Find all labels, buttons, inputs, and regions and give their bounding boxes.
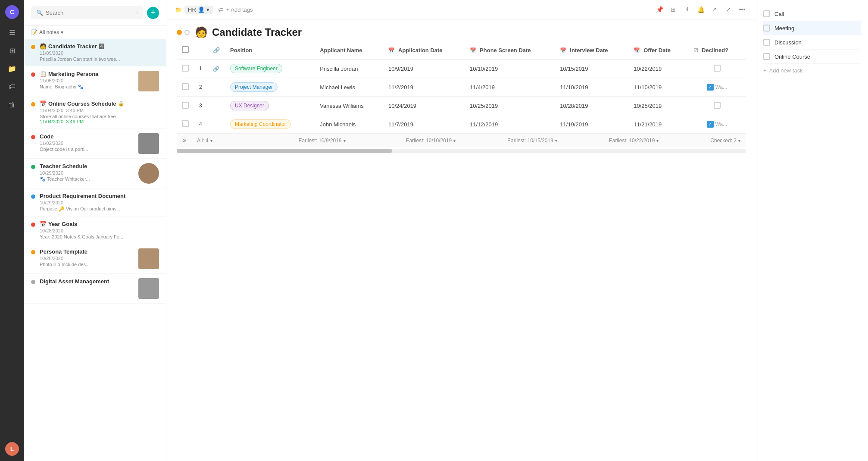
note-title: 📅 Online Courses Schedule 🔒 <box>40 100 159 107</box>
grid-icon[interactable]: ⊞ <box>7 46 17 55</box>
list-item[interactable]: 📋 Marketing Persona 11/05/2020 Name: Bio… <box>24 66 166 96</box>
all-notes-header[interactable]: 📝 All notes ▾ <box>24 26 166 39</box>
row-link[interactable] <box>208 115 225 134</box>
row-number: 3 <box>194 97 208 115</box>
horizontal-scrollbar[interactable] <box>177 149 746 153</box>
col-header-interview[interactable]: 📅 Interview Date <box>555 42 628 59</box>
share-icon[interactable]: ↗ <box>709 4 720 15</box>
hr-tag[interactable]: HR 👤 ▾ <box>184 6 213 14</box>
page-title: 🧑 Candidate Tracker <box>195 26 302 38</box>
declined-checkbox[interactable] <box>714 102 721 109</box>
link-icon: 🔗 <box>213 66 219 72</box>
sidebar-header: 🔍 ≡ + <box>24 0 166 26</box>
note-dot <box>31 72 35 77</box>
note-thumbnail <box>138 248 159 269</box>
add-note-button[interactable]: + <box>147 7 159 19</box>
declined-checkbox-checked[interactable] <box>707 84 714 91</box>
applicant-cell: John Michaels <box>315 115 383 134</box>
bell-icon[interactable]: 🔔 <box>696 4 706 15</box>
more-icon[interactable]: ••• <box>737 4 747 15</box>
expand-icon[interactable]: ⤢ <box>723 4 734 15</box>
col-header-offer[interactable]: 📅 Offer Date <box>628 42 688 59</box>
row-select-checkbox[interactable] <box>182 65 189 72</box>
user-avatar-top[interactable]: C <box>5 5 19 19</box>
note-dot <box>31 194 35 199</box>
declined-checkbox-checked[interactable] <box>707 121 714 128</box>
search-icon: 🔍 <box>36 9 43 16</box>
checklist-checkbox[interactable] <box>763 53 770 60</box>
col-header-position[interactable]: Position <box>225 42 315 59</box>
checklist-checkbox[interactable] <box>763 10 770 17</box>
list-item[interactable]: Code 11/02/2020 Object code is a porti..… <box>24 129 166 159</box>
checked-count[interactable]: Checked: 2 ▾ <box>710 138 740 144</box>
menu-icon[interactable]: ☰ <box>7 28 17 37</box>
count-badge[interactable]: 4 <box>682 4 692 15</box>
offer-cell: 11/10/2019 <box>628 78 688 97</box>
icon-bar: C ☰ ⊞ 📁 🏷 🗑 L <box>0 0 24 461</box>
list-item[interactable]: Persona Template 10/28/2020 Photo Bio In… <box>24 244 166 274</box>
add-task-button[interactable]: + Add new task <box>763 64 861 77</box>
search-box[interactable]: 🔍 ≡ <box>31 6 144 19</box>
grid-view-icon[interactable]: ⊞ <box>668 4 678 15</box>
declined-cell <box>688 97 746 115</box>
breadcrumb: 📁 HR 👤 ▾ <box>175 6 213 14</box>
position-tag[interactable]: Project Manager <box>230 82 278 92</box>
row-link[interactable] <box>208 78 225 97</box>
list-item[interactable]: 📅 Online Courses Schedule 🔒 11/04/2020, … <box>24 96 166 129</box>
checklist-item[interactable]: Meeting <box>763 21 861 35</box>
chevron-down-icon: ▾ <box>555 138 557 143</box>
tag-area[interactable]: 🏷 + Add tags <box>218 6 253 13</box>
list-item[interactable]: Teacher Schedule 10/29/2020 🐾 Teacher Wh… <box>24 159 166 188</box>
earliest-offer[interactable]: Earliest: 10/22/2019 ▾ <box>609 138 659 144</box>
earliest-phone[interactable]: Earliest: 10/10/2019 ▾ <box>406 138 456 144</box>
note-content: Code 11/02/2020 Object code is a porti..… <box>40 133 134 152</box>
list-item[interactable]: Product Requirement Document 10/29/2020 … <box>24 188 166 216</box>
earliest-interview[interactable]: Earliest: 10/15/2019 ▾ <box>507 138 557 144</box>
col-header-declined[interactable]: ☑ Declined? <box>688 42 746 59</box>
row-select-checkbox[interactable] <box>182 120 189 127</box>
position-tag[interactable]: UX Designer <box>230 101 269 110</box>
list-item[interactable]: Digital Asset Management <box>24 274 166 304</box>
row-link[interactable] <box>208 97 225 115</box>
col-header-phone-screen[interactable]: 📅 Phone Screen Date <box>465 42 555 59</box>
position-cell: UX Designer <box>225 97 315 115</box>
phone-screen-cell: 10/10/2019 <box>465 59 555 78</box>
filter-icon-footer[interactable]: ⚙ <box>182 138 187 144</box>
row-number: 4 <box>194 115 208 134</box>
position-tag[interactable]: Marketing Coordinator <box>230 119 291 129</box>
declined-checkbox[interactable] <box>714 65 721 72</box>
col-header-app-date[interactable]: 📅 Application Date <box>383 42 465 59</box>
checklist-checkbox[interactable] <box>763 39 770 46</box>
pin-icon[interactable]: 📌 <box>654 4 665 15</box>
checklist-item[interactable]: Discussion <box>763 35 861 50</box>
tag-icon[interactable]: 🏷 <box>7 82 17 91</box>
checklist-checkbox[interactable] <box>763 25 770 31</box>
position-cell: Project Manager <box>225 78 315 97</box>
user-avatar-bottom[interactable]: L <box>5 442 19 456</box>
note-date: 10/28/2020 <box>40 228 159 233</box>
col-header-applicant[interactable]: Applicant Name <box>315 42 383 59</box>
note-preview: Photo Bio Include des... <box>40 262 134 267</box>
phone-screen-cell: 11/4/2019 <box>465 78 555 97</box>
table-row: 2 Project Manager Michael Lewis 11/2/201… <box>177 78 746 97</box>
note-title: Persona Template <box>40 248 134 255</box>
checklist-item[interactable]: Online Course <box>763 50 861 64</box>
col-header-link: 🔗 <box>208 42 225 59</box>
note-thumbnail <box>138 278 159 299</box>
note-highlight-date: 11/04/2020, 3:46 PM <box>40 119 159 124</box>
position-tag[interactable]: Software Engineer <box>230 64 282 73</box>
search-input[interactable] <box>46 9 133 16</box>
folder-icon[interactable]: 📁 <box>7 64 17 73</box>
filter-icon[interactable]: ≡ <box>135 10 138 16</box>
row-select-checkbox[interactable] <box>182 83 189 90</box>
scrollbar-thumb[interactable] <box>177 149 392 153</box>
status-dot-orange <box>177 30 182 35</box>
earliest-app[interactable]: Earliest: 10/9/2019 ▾ <box>299 138 346 144</box>
trash-icon[interactable]: 🗑 <box>7 100 17 110</box>
checklist-item[interactable]: Call <box>763 7 861 21</box>
list-item[interactable]: 🧑 Candidate Tracker 4 11/09/2020 Priscil… <box>24 39 166 66</box>
row-select-checkbox[interactable] <box>182 102 189 109</box>
all-count[interactable]: All: 4 ▾ <box>197 138 212 144</box>
row-link[interactable]: 🔗 <box>208 59 225 78</box>
list-item[interactable]: 📅 Year Goals 10/28/2020 Year: 2020 Notes… <box>24 216 166 244</box>
